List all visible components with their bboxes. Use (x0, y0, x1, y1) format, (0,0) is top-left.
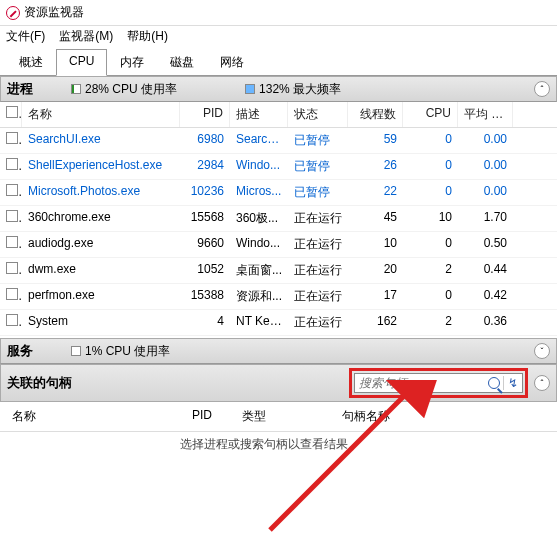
cell-desc: 资源和... (230, 286, 288, 307)
processes-collapse-button[interactable]: ˆ (534, 81, 550, 97)
cell-cpu: 0 (403, 234, 458, 255)
hcol-handle-name[interactable]: 句柄名称 (336, 406, 456, 427)
cell-pid: 6980 (180, 130, 230, 151)
cell-desc: Windo... (230, 234, 288, 255)
cell-status: 已暂停 (288, 156, 348, 177)
cell-threads: 17 (348, 286, 403, 307)
row-checkbox[interactable] (6, 184, 18, 196)
services-collapse-button[interactable]: ˇ (534, 343, 550, 359)
processes-header[interactable]: 进程 28% CPU 使用率 132% 最大频率 ˆ (0, 76, 557, 102)
table-row[interactable]: 360chrome.exe15568360极...正在运行45101.70 (0, 206, 557, 232)
table-row[interactable]: SearchUI.exe6980Search...已暂停5900.00 (0, 128, 557, 154)
menu-monitor[interactable]: 监视器(M) (59, 28, 113, 45)
row-checkbox[interactable] (6, 210, 18, 222)
cell-avg: 0.50 (458, 234, 513, 255)
col-pid[interactable]: PID (180, 102, 230, 127)
handles-header[interactable]: 关联的句柄 ↯ ˆ (0, 364, 557, 402)
cell-status: 已暂停 (288, 130, 348, 151)
hcol-type[interactable]: 类型 (236, 406, 336, 427)
search-highlight: ↯ (349, 368, 528, 398)
handles-collapse-button[interactable]: ˆ (534, 375, 550, 391)
table-row[interactable]: ShellExperienceHost.exe2984Windo...已暂停26… (0, 154, 557, 180)
cell-desc: 360极... (230, 208, 288, 229)
table-row[interactable]: perfmon.exe15388资源和...正在运行1700.42 (0, 284, 557, 310)
max-freq-meter: 132% 最大频率 (245, 81, 341, 98)
cell-threads: 10 (348, 234, 403, 255)
row-checkbox[interactable] (6, 132, 18, 144)
services-cpu-label: 1% CPU 使用率 (85, 343, 170, 360)
cell-cpu: 0 (403, 182, 458, 203)
row-checkbox[interactable] (6, 262, 18, 274)
cell-desc: Windo... (230, 156, 288, 177)
cell-threads: 26 (348, 156, 403, 177)
col-status[interactable]: 状态 (288, 102, 348, 127)
cell-avg: 0.44 (458, 260, 513, 281)
cell-cpu: 0 (403, 156, 458, 177)
processes-columns: 名称 PID 描述 状态 线程数 CPU 平均 C... (0, 102, 557, 128)
processes-title: 进程 (7, 80, 33, 98)
col-checkbox[interactable] (0, 102, 22, 127)
cell-threads: 162 (348, 312, 403, 333)
cpu-meter-icon (71, 84, 81, 94)
cell-pid: 1052 (180, 260, 230, 281)
tab-memory[interactable]: 内存 (107, 49, 157, 76)
cell-name: SearchUI.exe (22, 130, 180, 151)
refresh-icon[interactable]: ↯ (503, 376, 522, 390)
cell-pid: 10236 (180, 182, 230, 203)
window-title: 资源监视器 (24, 4, 84, 21)
cell-name: ShellExperienceHost.exe (22, 156, 180, 177)
cell-desc: NT Ker... (230, 312, 288, 333)
search-icon[interactable] (488, 377, 500, 389)
cell-cpu: 0 (403, 130, 458, 151)
cell-desc: 桌面窗... (230, 260, 288, 281)
cell-cpu: 0 (403, 286, 458, 307)
table-row[interactable]: Microsoft.Photos.exe10236Micros...已暂停220… (0, 180, 557, 206)
row-checkbox[interactable] (6, 288, 18, 300)
menu-help[interactable]: 帮助(H) (127, 28, 168, 45)
cell-threads: 45 (348, 208, 403, 229)
cell-cpu: 2 (403, 260, 458, 281)
cell-pid: 15568 (180, 208, 230, 229)
handles-search-input[interactable] (355, 376, 485, 390)
table-row[interactable]: System4NT Ker...正在运行16220.36 (0, 310, 557, 336)
tab-bar: 概述 CPU 内存 磁盘 网络 (0, 49, 557, 76)
row-checkbox[interactable] (6, 158, 18, 170)
tab-cpu[interactable]: CPU (56, 49, 107, 76)
cell-cpu: 10 (403, 208, 458, 229)
col-avg[interactable]: 平均 C... (458, 102, 513, 127)
hcol-name[interactable]: 名称 (6, 406, 186, 427)
col-threads[interactable]: 线程数 (348, 102, 403, 127)
cell-name: dwm.exe (22, 260, 180, 281)
tab-overview[interactable]: 概述 (6, 49, 56, 76)
titlebar: 资源监视器 (0, 0, 557, 26)
cell-threads: 20 (348, 260, 403, 281)
cell-avg: 0.00 (458, 182, 513, 203)
col-name[interactable]: 名称 (22, 102, 180, 127)
cell-name: Microsoft.Photos.exe (22, 182, 180, 203)
cell-name: System (22, 312, 180, 333)
cell-pid: 9660 (180, 234, 230, 255)
row-checkbox[interactable] (6, 236, 18, 248)
max-freq-label: 132% 最大频率 (259, 81, 341, 98)
cell-status: 正在运行 (288, 234, 348, 255)
table-row[interactable]: audiodg.exe9660Windo...正在运行1000.50 (0, 232, 557, 258)
tab-disk[interactable]: 磁盘 (157, 49, 207, 76)
col-cpu[interactable]: CPU (403, 102, 458, 127)
cell-pid: 15388 (180, 286, 230, 307)
services-meter-icon (71, 346, 81, 356)
handles-search-box[interactable]: ↯ (354, 373, 523, 393)
table-row[interactable]: dwm.exe1052桌面窗...正在运行2020.44 (0, 258, 557, 284)
tab-network[interactable]: 网络 (207, 49, 257, 76)
handles-body: 选择进程或搜索句柄以查看结果。 (0, 432, 557, 551)
cell-name: 360chrome.exe (22, 208, 180, 229)
services-title: 服务 (7, 342, 33, 360)
cell-status: 正在运行 (288, 260, 348, 281)
col-desc[interactable]: 描述 (230, 102, 288, 127)
row-checkbox[interactable] (6, 314, 18, 326)
services-header[interactable]: 服务 1% CPU 使用率 ˇ (0, 338, 557, 364)
cell-avg: 1.70 (458, 208, 513, 229)
freq-meter-icon (245, 84, 255, 94)
menu-file[interactable]: 文件(F) (6, 28, 45, 45)
hcol-pid[interactable]: PID (186, 406, 236, 427)
cell-avg: 0.42 (458, 286, 513, 307)
